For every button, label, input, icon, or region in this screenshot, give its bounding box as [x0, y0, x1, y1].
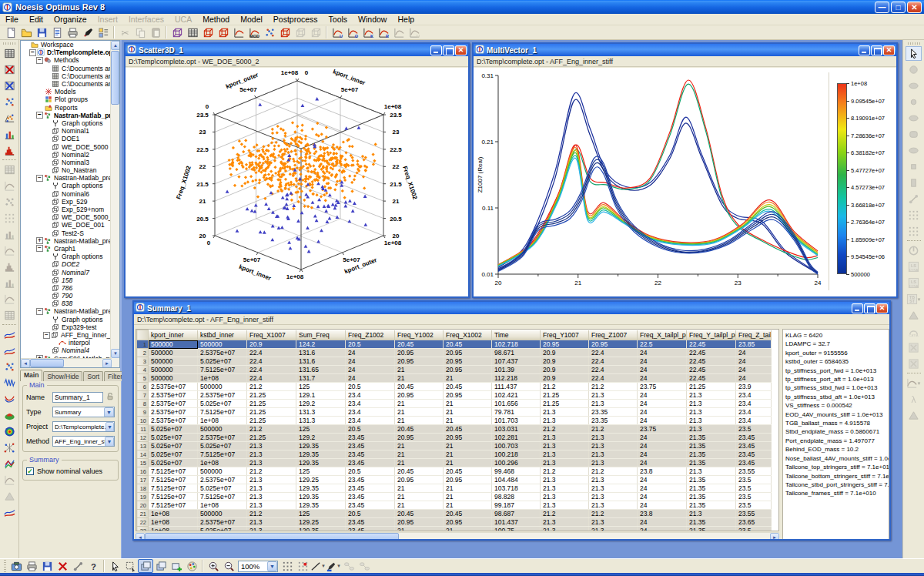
zoom-out-icon[interactable]	[221, 559, 236, 573]
delete-view-icon[interactable]	[55, 559, 70, 573]
collapse-icon[interactable]: −	[36, 308, 43, 315]
table-row-15[interactable]: 155.025e+071e+0821.3129.3523.452121100.2…	[137, 459, 772, 467]
table-grid-icon[interactable]	[2, 46, 18, 61]
cell[interactable]: 2.5375e+07	[198, 349, 247, 357]
cell[interactable]: 2.5375e+07	[198, 434, 247, 442]
tree-item-graph-options[interactable]: Graph options	[21, 253, 111, 260]
cell[interactable]: 21.25	[687, 383, 736, 391]
cell[interactable]: 21	[395, 442, 444, 450]
cell[interactable]: 23.85	[736, 340, 772, 349]
tree-item-we-doe-5000[interactable]: WE_DOE_5000	[21, 142, 111, 150]
cell[interactable]: 22.4	[247, 374, 296, 383]
cell[interactable]: 21	[444, 459, 492, 467]
cell[interactable]: 24	[638, 434, 687, 442]
cell[interactable]: 21.25	[247, 400, 296, 408]
multivector-plot-area[interactable]: 0.010.110.210.312021222324Z1007 (Real) 1…	[474, 68, 896, 296]
cell[interactable]: 111.437	[492, 383, 541, 391]
cell[interactable]: 500000	[149, 374, 198, 383]
cell[interactable]: 21.3	[541, 417, 589, 425]
cell[interactable]: 20.95	[395, 518, 444, 527]
cell[interactable]: 20.95	[444, 366, 492, 374]
toolbar-grip[interactable]	[3, 42, 15, 45]
tree-item-we-doe-001[interactable]: WE_DOE_001	[21, 221, 111, 229]
cell[interactable]: 21.3	[589, 501, 638, 510]
cell[interactable]: 20.95	[541, 340, 589, 349]
cell[interactable]: 23.45	[346, 493, 395, 501]
row-number[interactable]: 9	[137, 408, 149, 417]
cell[interactable]: 99.468	[492, 467, 541, 476]
cell[interactable]: 21	[395, 400, 444, 408]
cell[interactable]: 21	[395, 501, 444, 510]
scatter-3d-icon[interactable]	[2, 111, 18, 126]
cell[interactable]: 131.3	[296, 417, 346, 425]
cell[interactable]: 24	[638, 391, 687, 400]
column-header-freq_z1002[interactable]: Freq_Z1002	[346, 330, 395, 340]
row-number[interactable]: 14	[137, 450, 149, 459]
table-row-4[interactable]: 45000007.5125e+0722.4131.65242120.95101.…	[137, 366, 772, 374]
tab-main[interactable]: Main	[20, 370, 42, 381]
cell[interactable]: 24	[638, 476, 687, 484]
histogram-icon[interactable]	[2, 143, 18, 158]
tab-showhide[interactable]: Show/Hide	[43, 371, 82, 381]
maximize-button[interactable]	[443, 45, 454, 55]
palette-icon[interactable]	[184, 559, 199, 573]
cell[interactable]: 21.2	[247, 467, 296, 476]
zoom-in-icon[interactable]	[206, 559, 221, 573]
row-number[interactable]: 3	[137, 357, 149, 366]
row-number[interactable]: 2	[137, 349, 149, 357]
cell[interactable]: 23.5	[736, 476, 772, 484]
minimize-button[interactable]: —	[875, 2, 889, 13]
cell[interactable]: 24	[346, 366, 395, 374]
marquee-select-icon[interactable]	[122, 559, 138, 573]
cell[interactable]: 131.3	[296, 408, 346, 417]
redblue-chart-icon[interactable]	[2, 343, 18, 358]
contour-plot-icon[interactable]	[2, 424, 18, 439]
cell[interactable]: 100.75	[492, 527, 541, 532]
cell[interactable]: 21.35	[687, 434, 736, 442]
annotate-icon[interactable]	[80, 25, 95, 39]
cell[interactable]: 101.437	[492, 518, 541, 527]
tree-item-d-temp-complete-opt[interactable]: −D:\Temp\complete.opt	[21, 49, 111, 56]
multiline-plot-icon[interactable]	[2, 327, 18, 342]
cell[interactable]: 22.4	[247, 349, 296, 357]
cell[interactable]: 24	[736, 366, 772, 374]
cell[interactable]: 22.4	[247, 357, 296, 366]
column-header-freq_x1002[interactable]: Freq_X1002	[444, 330, 492, 340]
print-icon[interactable]	[65, 25, 80, 39]
cell[interactable]: 20.5	[346, 383, 395, 391]
cell[interactable]: 23.45	[346, 450, 395, 459]
column-header-freq_y1007[interactable]: Freq_Y1007	[541, 330, 589, 340]
cell[interactable]: 20.45	[395, 383, 444, 391]
tree-item-interpol[interactable]: interpol	[21, 339, 111, 347]
vector-u-icon[interactable]: U	[330, 25, 345, 39]
collapse-icon[interactable]: −	[36, 112, 43, 119]
cell[interactable]: 20.95	[395, 391, 444, 400]
marker-tool-icon[interactable]: ▼	[326, 559, 341, 573]
cell[interactable]: 21	[444, 493, 492, 501]
add-layer-icon[interactable]	[169, 559, 184, 573]
plot-3d-icon[interactable]	[2, 457, 18, 471]
cell[interactable]: 21.3	[687, 400, 736, 408]
cell[interactable]: 20.5	[346, 340, 395, 349]
cell[interactable]: 23.4	[346, 391, 395, 400]
scroll-up-icon[interactable]: ▲	[111, 41, 120, 50]
cell[interactable]: 21.2	[247, 425, 296, 434]
table-hscroll-thumb[interactable]	[145, 533, 399, 539]
cell[interactable]: 21.35	[687, 493, 736, 501]
cell[interactable]: 129.35	[296, 484, 346, 493]
cell[interactable]: 2.5375e+07	[149, 391, 198, 400]
cell[interactable]: 21.3	[589, 527, 638, 532]
cell[interactable]: 21.3	[589, 459, 638, 467]
cell[interactable]: 2.5375e+07	[149, 383, 198, 391]
table-view-icon[interactable]	[185, 25, 200, 39]
cell[interactable]: 21.3	[247, 501, 296, 510]
tree-item-graph-options[interactable]: Graph options	[21, 182, 111, 189]
cell[interactable]: 21	[444, 484, 492, 493]
collapse-icon[interactable]: −	[43, 332, 50, 339]
cell[interactable]: 21.2	[541, 425, 589, 434]
cell[interactable]: 5.025e+07	[149, 450, 198, 459]
cell[interactable]: 500000	[198, 467, 247, 476]
cell[interactable]: 23.45	[346, 527, 395, 532]
cell[interactable]: 21.3	[589, 400, 638, 408]
cell[interactable]: 23.45	[346, 434, 395, 442]
